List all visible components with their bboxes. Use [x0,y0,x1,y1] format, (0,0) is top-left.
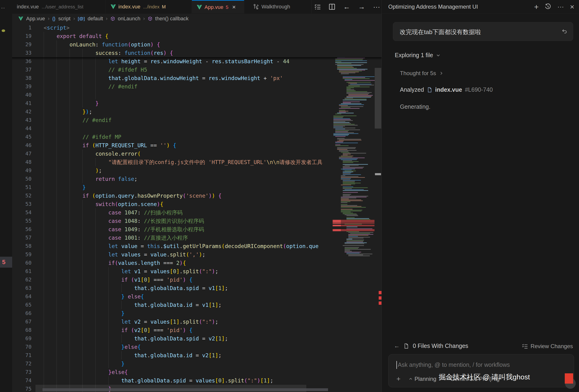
code-line[interactable]: 61let v1 = values[0].split(":"); [12,267,381,275]
code-line[interactable]: 63that.globalData.spid = v1[1]; [12,284,381,292]
code-line[interactable]: 70}else{ [12,343,381,351]
code-line[interactable]: 62if (v1[0] === 'pid') { [12,275,381,284]
vue-icon [18,16,23,21]
code-line[interactable]: 55case 1048: //长按图片识别小程序码 [12,217,381,225]
code-line[interactable]: 50return false; [12,175,381,183]
tab-walkthrough[interactable]: Walkthrough [248,0,312,13]
code-line[interactable]: 68if (v2[0] === 'pid') { [12,326,381,334]
code-line[interactable]: 57case 1001: //直接进入小程序 [12,234,381,242]
code-line[interactable]: 29onLaunch: function(option) { [12,40,381,49]
code-line[interactable]: 74that.globalData.spid = values[0].split… [12,376,381,385]
breadcrumb-script[interactable]: script [58,16,71,22]
step-thought[interactable]: Thought for 5s [400,70,443,76]
error-marker [379,301,381,305]
code-line[interactable]: 59let values = value.split(','); [12,250,381,259]
footer-back-icon[interactable]: ← [394,342,400,349]
code-line[interactable]: 43// #endif [12,116,381,124]
code-line[interactable]: 56case 1049: //手机相册选取小程序码 [12,225,381,234]
user-message-text: 改完现在tab下面都没有数据啦 [400,28,481,36]
files-with-changes[interactable]: ← 0 Files With Changes [394,342,468,349]
vertical-scrollbar[interactable] [374,24,381,392]
code-line[interactable]: 49); [12,166,381,175]
code-line[interactable]: 33success: function(res) { [12,49,381,57]
code-line[interactable]: 41} [12,99,381,108]
rail-overflow-label[interactable]: .. [1,3,5,10]
git-modified-badge: M [162,4,166,9]
code-line[interactable]: 46if (HTTP_REQUEST_URL == '') { [12,141,381,150]
line-number: 50 [12,175,32,183]
restore-checkpoint-icon[interactable] [561,28,568,35]
code-line[interactable]: 39// #endif [12,82,381,91]
code-line[interactable]: 37// #ifdef H5 [12,65,381,74]
code-line[interactable]: 67let v2 = values[1].split(":"); [12,318,381,326]
review-changes-button[interactable]: Review Changes [522,343,573,349]
step-exploring[interactable]: Exploring 1 file [395,52,440,59]
mode-selector[interactable]: Planning [409,376,436,382]
code-line[interactable]: 45// #ifdef MP [12,133,381,141]
code-line[interactable]: 51} [12,183,381,192]
checklist-icon[interactable] [314,3,321,10]
forward-icon[interactable]: → [358,3,365,10]
new-chat-icon[interactable]: + [534,2,539,11]
code-line[interactable]: 53switch(option.scene){ [12,200,381,208]
code-line[interactable]: 47console.error( [12,150,381,158]
code-line[interactable]: 72} [12,360,381,368]
code-line[interactable]: 60if(values.length === 2){ [12,259,381,267]
code-lines: 36let height = res.windowHeight - res.st… [12,57,381,392]
history-icon[interactable] [545,3,551,10]
code-line[interactable]: 48"请配置根目录下的config.js文件中的 'HTTP_REQUEST_U… [12,158,381,166]
chat-input[interactable]: Ask anything, @ to mention, / for workfl… [388,354,574,387]
tab-index-modified[interactable]: index.vue .../index M [106,0,192,13]
minimap-error-band [332,229,374,231]
split-editor-icon[interactable] [329,3,335,10]
code-line[interactable]: 38that.globalData.windowHeight = res.win… [12,74,381,82]
code-line[interactable]: 52if (option.query.hasOwnProperty('scene… [12,192,381,200]
breadcrumb-default[interactable]: default [87,16,103,22]
chat-input-placeholder: Ask anything, @ to mention, / for workfl… [398,361,510,368]
breadcrumb-file[interactable]: App.vue [26,16,45,22]
back-icon[interactable]: ← [343,3,350,10]
braces-icon: {} [52,16,55,21]
line-number: 56 [12,225,32,234]
code-line[interactable]: 42}); [12,108,381,116]
more-actions-icon[interactable]: ··· [373,3,380,10]
scrollbar-thumb[interactable] [375,68,381,129]
cube-icon [148,16,152,21]
analyzed-file-name[interactable]: index.vue [435,86,462,93]
code-line[interactable]: 54case 1047: //扫描小程序码 [12,208,381,217]
code-line[interactable]: 58let value = this.$util.getUrlParams(de… [12,242,381,250]
minimap[interactable] [332,25,374,260]
panel-more-icon[interactable]: ··· [557,3,564,10]
code-line[interactable]: 1<script> [12,24,381,32]
code-line[interactable]: 65that.globalData.id = v1[1]; [12,301,381,309]
rail-error-row[interactable]: 5 [0,257,12,268]
code-line[interactable]: 40 [12,91,381,99]
code-line[interactable]: 69that.globalData.spid = v2[1]; [12,334,381,343]
code-line[interactable]: 64} else{ [12,292,381,301]
step-analyzed[interactable]: Analyzed index.vue #L690-740 [400,86,493,93]
sticky-shadow [12,57,381,60]
line-number: 75 [12,385,32,392]
breadcrumb-callback[interactable]: then() callback [155,16,189,22]
line-number: 66 [12,309,32,318]
code-line[interactable]: 71that.globalData.id = v2[1]; [12,351,381,360]
tab-app-vue-active[interactable]: App.vue 5 × [192,0,244,13]
panel-close-icon[interactable]: × [570,2,574,11]
tab-index-user-address-list[interactable]: index.vue .../user_address_list [12,0,106,13]
error-marker [379,296,381,300]
code-line[interactable]: 19export default { [12,32,381,40]
line-number: 64 [12,292,32,301]
close-tab-icon[interactable]: × [232,3,236,11]
watermark-text: 掘金技术社区 @ 请叫我ghost [439,372,530,382]
attach-icon[interactable]: + [396,375,401,383]
collapsed-sidebar[interactable]: .. 5 [0,0,12,392]
code-line[interactable]: 73}else{ [12,368,381,376]
line-number: 68 [12,326,32,334]
code-line[interactable]: 44 [12,124,381,133]
line-number: 63 [12,284,32,292]
code-editor[interactable]: 36let height = res.windowHeight - res.st… [12,24,381,392]
breadcrumb-onlaunch[interactable]: onLaunch [118,16,141,22]
code-line[interactable]: 66} [12,309,381,318]
user-message[interactable]: 改完现在tab下面都没有数据啦 [393,22,573,41]
horizontal-scrollbar[interactable] [43,388,328,391]
